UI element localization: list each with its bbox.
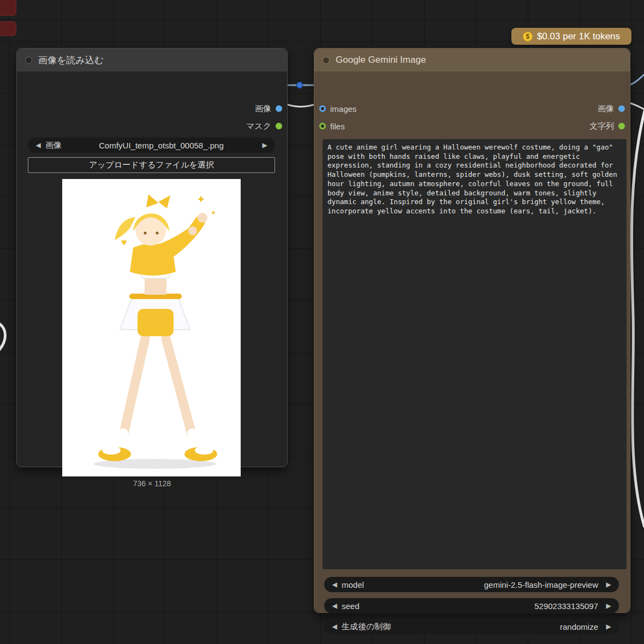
prev-arrow-icon[interactable]: ◀ (331, 581, 338, 588)
mask-port-dot[interactable] (276, 123, 282, 129)
widget-value: ComfyUI_temp_otsbt_00058_.png (62, 141, 261, 150)
widget-value: gemini-2.5-flash-image-preview (364, 580, 605, 589)
wire-right-edge (631, 107, 644, 527)
widget-value: randomize (391, 622, 605, 631)
model-widget[interactable]: ◀ model gemini-2.5-flash-image-preview ▶ (324, 577, 619, 592)
load-image-node-header[interactable]: 画像を読み込む (17, 49, 287, 71)
prompt-textarea[interactable]: A cute anime girl wearing a Halloween we… (323, 139, 627, 569)
node-graph-canvas[interactable]: $ $0.03 per 1K tokens 画像を読み込む 画像 マスク ◀ 画… (0, 0, 644, 644)
gemini-node-body: images files 画像 文字列 A cute anime girl we… (314, 71, 630, 612)
seed-widget[interactable]: ◀ seed 52902333135097 ▶ (324, 598, 619, 613)
image-port-dot[interactable] (618, 105, 625, 112)
input-port-images[interactable]: images (319, 104, 356, 113)
image-preview[interactable]: ♥ ♥ ✦ ✦ (62, 179, 241, 476)
price-label: $0.03 per 1K tokens (537, 31, 620, 42)
prev-arrow-icon[interactable]: ◀ (34, 141, 42, 149)
control-after-generate-widget[interactable]: ◀ 生成後の制御 randomize ▶ (324, 619, 619, 634)
prev-arrow-icon[interactable]: ◀ (331, 623, 338, 630)
svg-text:✦: ✦ (211, 209, 216, 217)
image-size-label: 736 × 1128 (17, 479, 287, 488)
offscreen-node-bottom[interactable] (0, 21, 16, 36)
offscreen-node-top[interactable] (0, 0, 16, 16)
collapse-dot[interactable] (25, 57, 32, 64)
next-arrow-icon[interactable]: ▶ (605, 602, 612, 610)
widget-label: 画像 (45, 140, 62, 151)
port-label: 画像 (255, 104, 271, 114)
node-title: Google Gemini Image (336, 55, 426, 65)
upload-file-button[interactable]: アップロードするファイルを選択 (28, 157, 275, 173)
output-port-string[interactable]: 文字列 (589, 122, 625, 130)
widget-label: 生成後の制御 (342, 622, 391, 632)
widget-label: model (342, 580, 364, 589)
next-arrow-icon[interactable]: ▶ (605, 581, 612, 588)
port-label: 文字列 (589, 121, 614, 132)
images-port-dot[interactable] (319, 105, 326, 112)
string-port-dot[interactable] (618, 123, 625, 129)
output-port-image[interactable]: 画像 (598, 104, 625, 113)
anime-girl-preview-image: ♥ ♥ ✦ ✦ (62, 179, 241, 476)
price-badge: $ $0.03 per 1K tokens (511, 28, 631, 45)
svg-text:✦: ✦ (196, 193, 206, 205)
load-image-node-body: 画像 マスク ◀ 画像 ComfyUI_temp_otsbt_00058_.pn… (17, 71, 287, 467)
files-port-dot[interactable] (319, 123, 326, 129)
next-arrow-icon[interactable]: ▶ (261, 141, 269, 149)
output-port-image[interactable]: 画像 (255, 104, 282, 113)
collapse-dot[interactable] (323, 57, 330, 64)
widget-value: 52902333135097 (360, 601, 605, 611)
svg-text:♥: ♥ (169, 254, 174, 263)
image-filename-widget[interactable]: ◀ 画像 ComfyUI_temp_otsbt_00058_.png ▶ (28, 138, 275, 153)
wire-left-edge (0, 322, 5, 354)
next-arrow-icon[interactable]: ▶ (605, 623, 612, 630)
wire-dot[interactable] (297, 82, 303, 88)
port-label: images (330, 104, 356, 114)
port-label: マスク (246, 121, 271, 132)
load-image-node[interactable]: 画像を読み込む 画像 マスク ◀ 画像 ComfyUI_temp_otsbt_0… (16, 48, 288, 467)
port-label: files (330, 122, 345, 131)
image-port-dot[interactable] (276, 105, 282, 112)
output-port-mask[interactable]: マスク (246, 122, 282, 130)
svg-text:♥: ♥ (121, 237, 127, 248)
coin-icon: $ (523, 32, 533, 41)
upload-file-button-label: アップロードするファイルを選択 (89, 160, 214, 170)
port-label: 画像 (598, 104, 614, 114)
gemini-node-header[interactable]: Google Gemini Image (314, 49, 630, 71)
node-title: 画像を読み込む (38, 54, 104, 67)
google-gemini-image-node[interactable]: Google Gemini Image images files 画像 文字列 … (314, 48, 630, 613)
input-port-files[interactable]: files (319, 122, 345, 130)
prev-arrow-icon[interactable]: ◀ (331, 602, 338, 610)
widget-label: seed (342, 601, 360, 611)
